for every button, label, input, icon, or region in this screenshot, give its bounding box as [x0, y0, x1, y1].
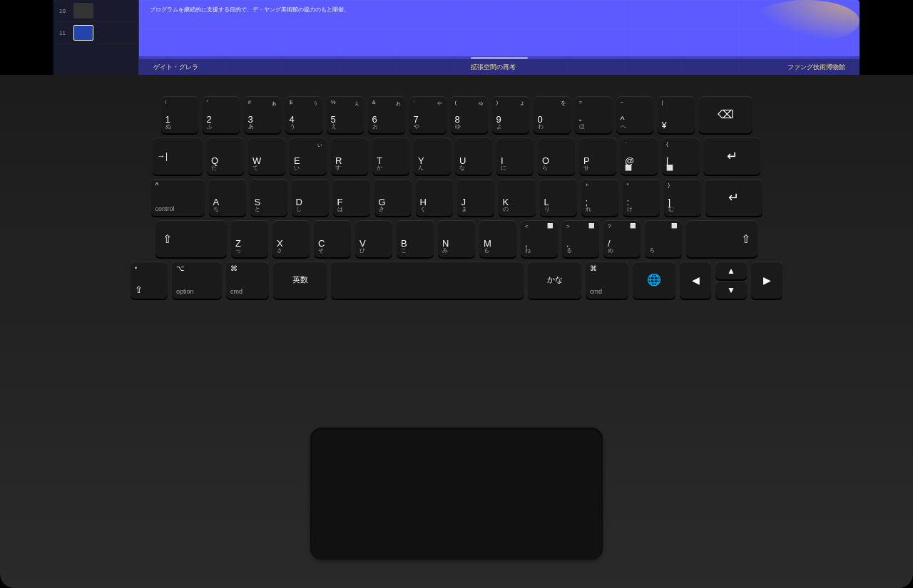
key-row-bottom: • ⇧ ⌥ option ⌘ cmd 英数 かな ⌘ cmd — [39, 262, 874, 299]
cmd-label: cmd — [230, 288, 243, 295]
key-h[interactable]: H く — [416, 179, 453, 216]
sidebar-item-10: 10 — [53, 0, 138, 22]
key-bracket-open[interactable]: { [ ⬜ — [662, 138, 699, 175]
key-minus[interactable]: = - ほ — [575, 96, 612, 133]
bottom-right-text: ファング技術博物館 — [787, 63, 845, 72]
key-9[interactable]: ) ょ 9 よ — [492, 96, 529, 133]
key-return[interactable]: ↵ — [703, 138, 760, 175]
key-slash[interactable]: ? / め ⬜ — [603, 220, 641, 257]
key-yen[interactable]: | ¥ — [658, 96, 695, 133]
key-i[interactable]: I に — [496, 138, 534, 175]
ipad-screen: 10 11 プログラムを継続的に支援する目的で、デ・ヤング美術館の協力のもと開催… — [53, 0, 860, 75]
hand-hint — [753, 0, 860, 43]
key-6[interactable]: & ぉ 6 お — [368, 96, 405, 133]
key-semicolon[interactable]: + ; れ — [581, 179, 618, 216]
key-8[interactable]: ( ゅ 8 ゆ — [451, 96, 488, 133]
key-arrow-right[interactable]: ▶ — [751, 262, 782, 299]
trackpad[interactable] — [310, 428, 603, 559]
bottom-left-text: ゲイト・グレラ — [153, 63, 198, 72]
key-caret[interactable]: ~ ^ へ — [616, 96, 653, 133]
key-b[interactable]: B こ — [397, 220, 434, 257]
key-s[interactable]: S と — [250, 179, 287, 216]
key-eisu[interactable]: 英数 — [273, 262, 327, 299]
key-n[interactable]: N み — [438, 220, 475, 257]
key-r[interactable]: R す — [331, 138, 368, 175]
key-k[interactable]: K の — [499, 179, 536, 216]
slide-thumb-10 — [73, 3, 93, 19]
key-5[interactable]: % ぇ 5 え — [327, 96, 364, 133]
key-c[interactable]: C そ — [314, 220, 351, 257]
key-m[interactable]: M も — [479, 220, 516, 257]
keyboard-area: ! 1 ぬ " 2 ふ # ぁ 3 あ $ ぅ 4 う % — [39, 96, 874, 303]
key-return-2[interactable]: ↵ — [705, 179, 762, 216]
key-row-zxcv: ⇧ Z っ X さ C そ V ひ B こ N — [39, 220, 874, 257]
screen-text: プログラムを継続的に支援する目的で、デ・ヤング美術館の協力のもと開催。 — [150, 6, 364, 14]
key-e[interactable]: E い ぃ — [290, 138, 327, 175]
slide-thumb-11 — [73, 25, 93, 41]
key-period[interactable]: > . る ⬜ — [562, 220, 599, 257]
key-t[interactable]: T か — [372, 138, 409, 175]
key-backslash[interactable]: ⬜ ろ — [645, 220, 682, 257]
key-2[interactable]: " 2 ふ — [203, 96, 240, 133]
key-colon[interactable]: * : け — [623, 179, 660, 216]
key-cmd-right[interactable]: ⌘ cmd — [586, 262, 628, 299]
key-x[interactable]: X さ — [272, 220, 310, 257]
key-p[interactable]: P せ — [579, 138, 616, 175]
key-4[interactable]: $ ぅ 4 う — [285, 96, 322, 133]
key-backspace[interactable]: ⌫ — [699, 96, 753, 133]
sidebar-item-11: 11 — [53, 22, 138, 44]
key-control[interactable]: ^ control — [151, 179, 205, 216]
key-arrow-left[interactable]: ◀ — [680, 262, 711, 299]
key-fn[interactable]: • ⇧ — [131, 262, 168, 299]
key-u[interactable]: U な — [455, 138, 492, 175]
option-label: option — [176, 288, 194, 295]
key-globe[interactable]: 🌐 — [633, 262, 675, 299]
arrow-up-down: ▲ ▼ — [715, 262, 747, 299]
key-d[interactable]: D し — [292, 179, 329, 216]
bottom-center-text: 拡張空間の再考 — [471, 63, 516, 72]
key-f[interactable]: F は — [333, 179, 370, 216]
key-row-asdf: ^ control A ち S と D し F は G き — [39, 179, 874, 216]
kana-label: かな — [547, 274, 563, 285]
key-l[interactable]: L り — [540, 179, 577, 216]
key-3[interactable]: # ぁ 3 あ — [244, 96, 281, 133]
key-g[interactable]: G き — [374, 179, 412, 216]
key-w[interactable]: W て — [248, 138, 285, 175]
key-o[interactable]: O ら — [538, 138, 575, 175]
screen-sidebar: 10 11 — [53, 0, 139, 75]
key-arrow-up[interactable]: ▲ — [715, 262, 747, 279]
key-z[interactable]: Z っ — [231, 220, 268, 257]
key-v[interactable]: V ひ — [355, 220, 392, 257]
key-j[interactable]: J ま — [457, 179, 494, 216]
key-q[interactable]: Q た — [207, 138, 244, 175]
key-7[interactable]: ' ゃ 7 や — [409, 96, 447, 133]
key-kana[interactable]: かな — [528, 262, 581, 299]
key-y[interactable]: Y ん — [414, 138, 451, 175]
key-at[interactable]: ` @ ⬜ — [621, 138, 658, 175]
key-1[interactable]: ! 1 ぬ — [161, 96, 198, 133]
keyboard-housing: ! 1 ぬ " 2 ふ # ぁ 3 あ $ ぅ 4 う % — [0, 75, 913, 588]
key-shift-left[interactable]: ⇧ — [155, 220, 227, 257]
eisu-label: 英数 — [292, 274, 308, 285]
key-bracket-close[interactable]: } ] む — [664, 179, 701, 216]
key-tab[interactable]: →| — [153, 138, 203, 175]
key-comma[interactable]: < , ね ⬜ — [521, 220, 558, 257]
screen-content: プログラムを継続的に支援する目的で、デ・ヤング美術館の協力のもと開催。 — [139, 0, 860, 56]
key-shift-right[interactable]: ⇧ — [686, 220, 758, 257]
key-cmd-left[interactable]: ⌘ cmd — [226, 262, 269, 299]
screen-bottom-bar: ゲイト・グレラ 拡張空間の再考 ファング技術博物館 — [139, 59, 860, 75]
key-0[interactable]: を 0 わ — [534, 96, 571, 133]
key-row-numbers: ! 1 ぬ " 2 ふ # ぁ 3 あ $ ぅ 4 う % — [39, 96, 874, 133]
key-space[interactable] — [331, 262, 524, 299]
key-a[interactable]: A ち — [209, 179, 246, 216]
key-row-qwerty: →| Q た W て E い ぃ R す T か — [39, 138, 874, 175]
key-option[interactable]: ⌥ option — [172, 262, 222, 299]
key-arrow-down[interactable]: ▼ — [715, 281, 747, 299]
